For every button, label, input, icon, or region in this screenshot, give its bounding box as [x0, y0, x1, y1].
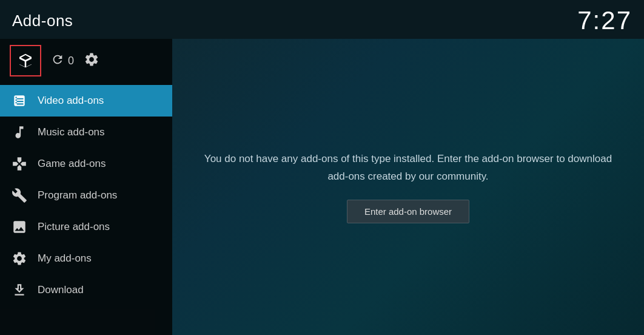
sidebar: 0 Video add-ons Music ad [0, 39, 172, 335]
refresh-group[interactable]: 0 [51, 53, 74, 69]
program-icon [11, 188, 28, 203]
picture-icon [11, 219, 28, 235]
clock-display: 7:27 [577, 6, 632, 35]
sidebar-item-picture-addons-label: Picture add-ons [38, 221, 110, 233]
refresh-icon [51, 53, 64, 69]
download-icon [11, 282, 28, 298]
sidebar-item-my-addons-label: My add-ons [38, 252, 92, 265]
sidebar-item-program-addons-label: Program add-ons [38, 189, 117, 201]
sidebar-item-picture-addons[interactable]: Picture add-ons [0, 211, 172, 243]
sidebar-item-program-addons[interactable]: Program add-ons [0, 180, 172, 211]
video-icon [11, 93, 28, 109]
page-title: Add-ons [12, 12, 73, 30]
header: Add-ons 7:27 [0, 0, 644, 39]
settings-icon[interactable] [84, 52, 99, 70]
refresh-count: 0 [68, 55, 74, 67]
sidebar-item-video-addons-label: Video add-ons [38, 95, 104, 107]
sidebar-item-video-addons[interactable]: Video add-ons [0, 85, 172, 117]
package-icon [16, 52, 35, 70]
sidebar-item-music-addons[interactable]: Music add-ons [0, 117, 172, 148]
no-addons-message: You do not have any add-ons of this type… [202, 151, 614, 186]
content-area: You do not have any add-ons of this type… [172, 39, 644, 335]
addon-box-icon[interactable] [10, 45, 41, 76]
sidebar-item-game-addons[interactable]: Game add-ons [0, 148, 172, 180]
main-layout: 0 Video add-ons Music ad [0, 39, 644, 335]
sidebar-item-music-addons-label: Music add-ons [38, 126, 105, 138]
sidebar-item-download[interactable]: Download [0, 274, 172, 306]
myaddon-icon [11, 251, 28, 266]
sidebar-item-game-addons-label: Game add-ons [38, 158, 106, 170]
enter-addon-browser-button[interactable]: Enter add-on browser [347, 200, 469, 223]
game-icon [11, 156, 28, 172]
sidebar-item-my-addons[interactable]: My add-ons [0, 243, 172, 274]
sidebar-toolbar: 0 [0, 39, 172, 85]
sidebar-item-download-label: Download [38, 284, 84, 296]
music-icon [11, 124, 28, 140]
